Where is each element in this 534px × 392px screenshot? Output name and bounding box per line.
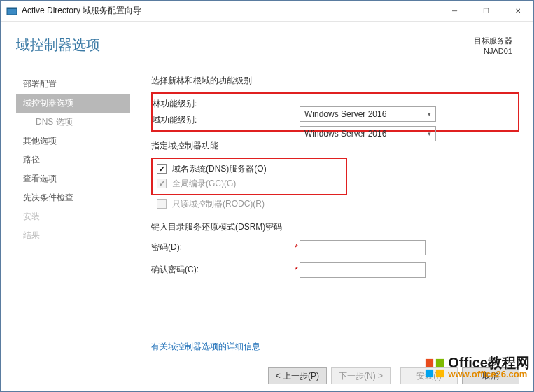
domain-level-label: 域功能级别: [153, 114, 296, 126]
footer: < 上一步(P) 下一步(N) > 安装(I) 取消 [1, 360, 533, 391]
app-icon [6, 6, 17, 17]
confirm-password-row: 确认密码(C): * [151, 262, 519, 278]
dsrm-heading: 键入目录服务还原模式(DSRM)密码 [151, 221, 519, 233]
target-server-label: 目标服务器 [474, 36, 512, 46]
rodc-checkbox-label: 只读域控制器(RODC)(R) [172, 198, 265, 210]
sidebar: 部署配置 域控制器选项 DNS 选项 其他选项 路径 查看选项 先决条件检查 安… [1, 68, 130, 360]
chevron-down-icon: ▾ [428, 111, 431, 118]
domain-level-dropdown[interactable]: Windows Server 2016 ▾ [300, 126, 436, 141]
sidebar-item-prereq[interactable]: 先决条件检查 [16, 188, 130, 207]
form-area: 选择新林和根域的功能级别 林功能级别: 域功能级别: Windows Serve… [130, 68, 533, 360]
page-title: 域控制器选项 [16, 36, 100, 57]
functional-level-heading: 选择新林和根域的功能级别 [151, 75, 519, 87]
install-button: 安装(I) [400, 368, 458, 384]
rodc-checkbox-row: 只读域控制器(RODC)(R) [151, 198, 519, 210]
sidebar-item-other[interactable]: 其他选项 [16, 132, 130, 150]
cancel-button[interactable]: 取消 [462, 368, 519, 384]
sidebar-item-deploy[interactable]: 部署配置 [16, 75, 130, 94]
svg-rect-1 [7, 8, 17, 9]
forest-level-value: Windows Server 2016 [304, 109, 386, 119]
required-marker: * [295, 243, 298, 253]
close-button[interactable]: ✕ [502, 1, 533, 22]
dns-checkbox-row[interactable]: 域名系统(DNS)服务器(O) [153, 163, 346, 175]
more-info-link[interactable]: 有关域控制器选项的详细信息 [151, 341, 260, 353]
maximize-button[interactable]: ☐ [470, 1, 502, 22]
rodc-checkbox [157, 199, 167, 209]
sidebar-item-results: 结果 [16, 226, 130, 245]
gc-checkbox-row: 全局编录(GC)(G) [153, 178, 346, 190]
target-server-name: NJAD01 [474, 46, 512, 57]
window-controls: ─ ☐ ✕ [439, 1, 533, 22]
window-title: Active Directory 域服务配置向导 [22, 5, 141, 17]
dns-checkbox-label: 域名系统(DNS)服务器(O) [172, 163, 267, 175]
sidebar-item-dns[interactable]: DNS 选项 [16, 113, 130, 132]
sidebar-item-review[interactable]: 查看选项 [16, 169, 130, 188]
confirm-password-label: 确认密码(C): [151, 264, 295, 276]
dc-capabilities-heading: 指定域控制器功能 [151, 140, 519, 152]
highlight-box-capabilities: 域名系统(DNS)服务器(O) 全局编录(GC)(G) [151, 158, 347, 195]
gc-checkbox-label: 全局编录(GC)(G) [172, 178, 236, 190]
password-label: 密码(D): [151, 241, 295, 253]
sidebar-item-paths[interactable]: 路径 [16, 150, 130, 169]
password-row: 密码(D): * [151, 240, 519, 255]
chevron-down-icon: ▾ [428, 130, 431, 137]
previous-button[interactable]: < 上一步(P) [268, 368, 327, 384]
confirm-password-input[interactable] [300, 262, 426, 278]
forest-level-dropdown[interactable]: Windows Server 2016 ▾ [300, 106, 436, 122]
required-marker: * [295, 265, 298, 275]
minimize-button[interactable]: ─ [439, 1, 470, 22]
target-server: 目标服务器 NJAD01 [474, 36, 512, 57]
sidebar-item-dc-options[interactable]: 域控制器选项 [16, 94, 130, 113]
header: 域控制器选项 目标服务器 NJAD01 [1, 22, 533, 68]
sidebar-item-install: 安装 [16, 207, 130, 226]
gc-checkbox [157, 178, 167, 188]
content-area: 域控制器选项 目标服务器 NJAD01 部署配置 域控制器选项 DNS 选项 其… [1, 22, 533, 391]
domain-level-value: Windows Server 2016 [304, 129, 386, 139]
password-input[interactable] [300, 240, 426, 255]
next-button: 下一步(N) > [331, 368, 391, 384]
wizard-window: Active Directory 域服务配置向导 ─ ☐ ✕ 域控制器选项 目标… [0, 0, 534, 392]
main-area: 部署配置 域控制器选项 DNS 选项 其他选项 路径 查看选项 先决条件检查 安… [1, 68, 533, 360]
forest-level-label: 林功能级别: [153, 98, 296, 110]
titlebar: Active Directory 域服务配置向导 ─ ☐ ✕ [1, 1, 533, 22]
dns-checkbox[interactable] [157, 164, 167, 174]
